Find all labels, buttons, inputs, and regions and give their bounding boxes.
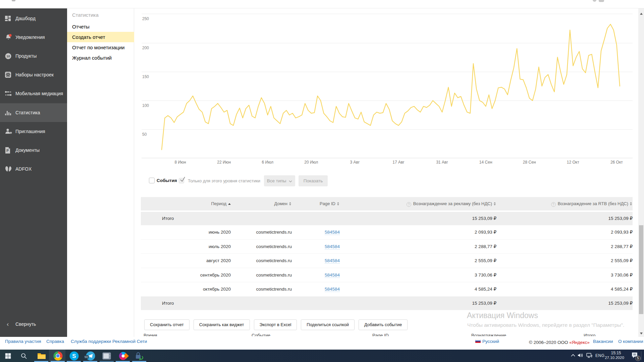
column-header[interactable]: ?Вознаграждение за рекламу (без НДС) [340,197,496,210]
events-checkbox[interactable] [149,178,155,183]
column-header[interactable]: Page ID [292,197,340,210]
column-header[interactable]: Период [141,197,231,210]
help-icon[interactable]: ? [407,202,411,207]
products-icon: 10 [5,53,11,59]
column-header[interactable]: ?Вознаграждение за RTB (без НДС) [496,197,633,210]
taskbar-skype-button[interactable]: S [66,350,82,362]
footer-link-left-3[interactable]: Служба поддержки Рекламной Сети [71,339,147,344]
table-row: июнь 2020cosmetictrends.ru5845842 093,93… [141,225,633,240]
report-actions: Сохранить отчетСохранить как виджетЭкспо… [144,319,408,330]
cell-ad-value: 2 093,93 ₽ [340,225,496,239]
cell-ad-value: 2 555,09 ₽ [340,254,496,268]
action-button-5[interactable]: Добавить событие [359,319,408,330]
taskbar-explorer-button[interactable] [34,350,50,362]
events-checkbox-label[interactable]: События [157,178,177,183]
sidebar-item-1[interactable]: Дашборд [0,9,67,28]
windows-logo-icon [5,353,11,359]
dashboard-icon [5,15,11,22]
sidebar-item-2[interactable]: Уведомления [0,28,67,47]
taskbar-telegram-button[interactable]: 59 [83,350,98,362]
sidebar-item-4[interactable]: Наборы настроек [0,65,67,84]
page-id-link[interactable]: 584584 [325,230,340,235]
taskbar-tablet-app-button[interactable] [99,350,115,362]
scroll-down-arrow[interactable] [640,333,643,335]
documents-icon: P [5,147,11,154]
settings-icon [5,71,11,78]
running-indicator [132,361,146,362]
level-checkbox-label: Только для этого уровня статистики [188,178,260,183]
sidebar-item-5[interactable]: Мобильная медиация [0,84,67,103]
submenu-item-2[interactable]: Создать отчет [67,32,134,42]
taskbar-chrome-button[interactable] [50,350,66,362]
taskbar-search-button[interactable] [16,350,32,362]
footer-link-right-1[interactable]: Вакансии [593,339,613,344]
table-row: сентябрь 2020cosmetictrends.ru5845843 73… [141,268,633,283]
page-scrollbar[interactable] [638,8,644,337]
table-total-row-bottom: Итого15 253,09 ₽15 253,09 ₽ [141,297,633,310]
telegram-badge: 59 [84,355,89,359]
page-id-link[interactable]: 584584 [325,244,340,249]
event-types-select[interactable]: Все типы [264,175,295,186]
start-button[interactable] [0,350,16,362]
submenu-item-4[interactable]: Журнал событий [67,53,134,63]
taskbar-lock-app-button[interactable] [131,350,147,362]
cut-bell-icon [593,0,596,2]
sidebar-item-label: Приглашения [15,129,45,134]
sidebar-item-9[interactable]: ADFOX [0,160,67,178]
windows-watermark-title: Активация Windows [467,311,538,320]
cell-rtb-value: 2 093,93 ₽ [496,225,633,239]
cell-domain: cosmetictrends.ru [231,240,292,254]
scrollbar-thumb[interactable] [639,225,643,314]
cell-period: август 2020 [141,254,231,268]
cut-gear-icon [599,0,604,2]
sidebar-collapse-button[interactable]: ‹ Свернуть [0,316,67,333]
network-icon[interactable] [586,353,593,358]
sidebar-collapse-label: Свернуть [15,321,36,327]
cell-period: сентябрь 2020 [141,268,231,282]
taskbar-paint3d-button[interactable] [115,350,131,362]
action-button-1[interactable]: Сохранить отчет [144,319,190,330]
level-checkbox[interactable] [179,178,184,183]
browser-top-strip [0,0,644,8]
chevron-down-icon [289,180,292,182]
action-button-2[interactable]: Сохранить как виджет [194,319,250,330]
table-header-row: ПериодДоменPage ID?Вознаграждение за рек… [141,197,633,210]
tray-expand-icon[interactable] [571,354,575,357]
show-button[interactable]: Показать [299,175,328,186]
footer-link-right-2[interactable]: О компании [618,339,643,344]
action-button-4[interactable]: Поделиться ссылкой [301,319,355,330]
yandex-brand-link[interactable]: «Яндекс» [569,340,589,345]
skype-icon: S [70,351,79,360]
cell-ad-value: 4 585,24 ₽ [340,282,496,296]
sidebar-item-8[interactable]: PДокументы [0,141,67,160]
cell-rtb-value: 3 730,06 ₽ [496,268,633,282]
svg-text:10: 10 [6,54,10,58]
footer-link-left-1[interactable]: Правила участия [5,339,41,344]
language-link[interactable]: Русский [482,339,499,344]
clock-date[interactable]: 27.10.2020 [603,356,626,360]
clock-time[interactable]: 15:15 [607,351,625,355]
page-id-link[interactable]: 584584 [325,287,340,292]
show-desktop-separator [641,351,641,360]
volume-icon[interactable] [578,353,584,358]
cell-page-id: 584584 [292,254,340,268]
running-indicator [83,361,97,362]
paint3d-icon [117,350,129,362]
sidebar-item-3[interactable]: 10Продукты [0,47,67,65]
windows-watermark-subtitle: Чтобы активировать Windows, перейдите в … [467,322,624,328]
cell-rtb-value: 2 288,77 ₽ [496,240,633,254]
submenu-item-3[interactable]: Отчет по монетизации [67,42,134,53]
column-header[interactable]: Домен [231,197,292,210]
page-id-link[interactable]: 584584 [325,273,340,278]
footer-link-left-2[interactable]: Справка [46,339,64,344]
submenu-item-1[interactable]: Отчеты [67,21,134,32]
adfox-icon [5,166,11,172]
scroll-up-arrow[interactable] [640,13,643,15]
sidebar-item-6[interactable]: Статистика [0,103,67,122]
page-id-link[interactable]: 584584 [325,258,340,263]
help-icon[interactable]: ? [551,202,556,207]
action-button-3[interactable]: Экспорт в Excel [254,319,297,330]
sidebar-item-label: Мобильная медиация [15,91,63,96]
sidebar-item-7[interactable]: Приглашения [0,122,67,141]
running-indicator [100,361,114,362]
